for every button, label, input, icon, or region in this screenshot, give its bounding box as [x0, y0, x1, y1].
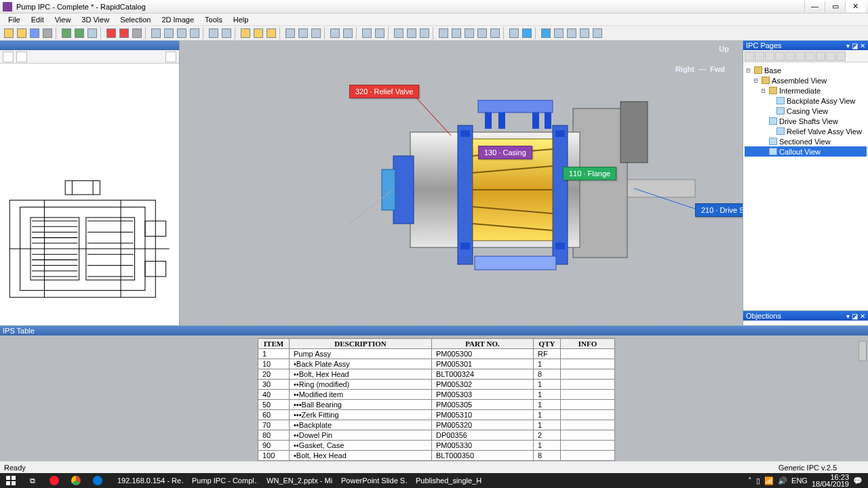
toolbar-layers-button[interactable]: [361, 27, 373, 39]
toolbar-grid-button[interactable]: [150, 27, 162, 39]
toolbar-pan-button[interactable]: [252, 27, 264, 39]
toolbar-redo-button[interactable]: [73, 27, 85, 39]
toolbar-·-button[interactable]: [463, 27, 475, 39]
callout-320[interactable]: 320 · Relief Valve: [349, 85, 419, 98]
menu-3d-view[interactable]: 3D View: [76, 14, 115, 25]
ipc-toolbar-btn-8[interactable]: [826, 52, 835, 61]
toolbar-cube-button[interactable]: [176, 27, 188, 39]
callout-110[interactable]: 110 · Flange: [563, 167, 616, 180]
menu-2d-image[interactable]: 2D Image: [156, 14, 199, 25]
toolbar-globe-button[interactable]: [540, 27, 552, 39]
table-row[interactable]: 1Pump AssyPM005300RF: [258, 349, 615, 359]
toolbar-sphere-button[interactable]: [163, 27, 175, 39]
menu-view[interactable]: View: [50, 14, 77, 25]
toolbar-delete-button[interactable]: [105, 27, 117, 39]
ipc-pages-title[interactable]: IPC Pages▾ ◪ ✕: [743, 41, 868, 50]
table-row[interactable]: 100•Bolt, Hex HeadBLT0003508: [258, 451, 615, 461]
browser-opera-icon[interactable]: [43, 473, 65, 488]
system-tray[interactable]: ˄ ▯ 📶 🔊 ENG 16:23 18/04/2019 💬: [743, 474, 868, 487]
table-row[interactable]: 10•Back Plate AssyPM0053011: [258, 359, 615, 369]
toolbar-orbit-button[interactable]: [239, 27, 252, 39]
browser-chrome-icon[interactable]: [65, 473, 87, 488]
ipc-toolbar-btn-3[interactable]: [775, 52, 785, 61]
lp-top-tab-2[interactable]: [16, 52, 27, 62]
toolbar-doc-button[interactable]: [553, 27, 565, 39]
table-row[interactable]: 60•••Zerk FittingPM0053101: [258, 410, 615, 420]
toolbar-tri-button[interactable]: [189, 27, 201, 39]
lp-top-tab-options[interactable]: [165, 52, 176, 62]
parts-table[interactable]: ITEMDESCRIPTIONPART NO.QTYINFO 1Pump Ass…: [258, 338, 615, 461]
close-button[interactable]: ✕: [845, 1, 865, 12]
tray-battery-icon[interactable]: ▯: [756, 476, 760, 485]
table-row[interactable]: 80••Dowel PinDP003562: [258, 430, 615, 441]
toolbar-dim-button[interactable]: [476, 27, 488, 39]
toolbar-print-button[interactable]: [41, 27, 54, 39]
toolbar-find-button[interactable]: [131, 27, 143, 39]
tree-node-base[interactable]: ⊟Base: [745, 65, 867, 75]
col-info[interactable]: INFO: [561, 339, 615, 349]
toolbar-note-button[interactable]: [566, 27, 578, 39]
objects-panel-title[interactable]: Objections▾ ◪ ✕: [743, 311, 868, 321]
taskbar-task[interactable]: 192.168.0.154 - Re…: [108, 473, 183, 488]
parts-table-body[interactable]: ITEMDESCRIPTIONPART NO.QTYINFO 1Pump Ass…: [0, 336, 868, 461]
browser-edge-icon[interactable]: [87, 473, 108, 488]
ipc-toolbar-btn-2[interactable]: [765, 52, 774, 61]
ipc-toolbar-btn-6[interactable]: [806, 52, 815, 61]
taskbar-task[interactable]: Published_single_H…: [407, 473, 481, 488]
toolbar-zoom-button[interactable]: [265, 27, 277, 39]
tray-up-icon[interactable]: ˄: [748, 476, 752, 485]
ipc-toolbar-btn-5[interactable]: [795, 52, 805, 61]
ipc-toolbar-btn-1[interactable]: [755, 52, 764, 61]
toolbar-play-button[interactable]: [521, 27, 533, 39]
toolbar-img-button[interactable]: [329, 27, 341, 39]
tray-volume-icon[interactable]: 🔊: [778, 476, 787, 485]
toolbar-·-button[interactable]: [342, 27, 354, 39]
col-qty[interactable]: QTY: [534, 339, 561, 349]
ipc-toolbar-btn-0[interactable]: [745, 52, 754, 61]
table-row[interactable]: 90••Gasket, CasePM0053301: [258, 441, 615, 451]
tree-node-casing-view[interactable]: Casing View: [745, 106, 867, 116]
lp-top-tab-1[interactable]: [3, 52, 14, 62]
tray-wifi-icon[interactable]: 📶: [764, 476, 774, 485]
toolbar-save-button[interactable]: [28, 27, 41, 39]
taskbar-task[interactable]: Pump IPC - Compl…: [183, 473, 258, 488]
menu-edit[interactable]: Edit: [26, 14, 50, 25]
callout-210[interactable]: 210 · Drive Shaft: [695, 203, 743, 217]
toolbar-·-button[interactable]: [450, 27, 462, 39]
tree-node-relief-valve-assy-view[interactable]: Relief Valve Assy View: [745, 126, 867, 136]
taskbar-task[interactable]: PowerPoint Slide S…: [332, 473, 407, 488]
toolbar-rect-button[interactable]: [489, 27, 501, 39]
callout-130[interactable]: 130 · Casing: [478, 146, 532, 159]
scrollbar-thumb[interactable]: [859, 341, 867, 361]
toolbar-·-button[interactable]: [418, 27, 431, 39]
tree-node-backplate-assy-view[interactable]: Backplate Assy View: [745, 96, 867, 106]
table-row[interactable]: 40••Modified itemPM0053031: [258, 390, 615, 400]
parts-table-header[interactable]: IPS Table: [0, 326, 868, 336]
menu-tools[interactable]: Tools: [199, 14, 228, 25]
table-row[interactable]: 70••BackplatePM0053201: [258, 420, 615, 430]
toolbar-undo-button[interactable]: [60, 27, 73, 39]
tree-node-drive-shafts-view[interactable]: Drive Shafts View: [745, 116, 867, 126]
tray-notifications-icon[interactable]: 💬: [853, 476, 863, 485]
tray-lang[interactable]: ENG: [791, 476, 808, 485]
col-item[interactable]: ITEM: [258, 339, 290, 349]
toolbar-·-button[interactable]: [508, 27, 520, 39]
ipc-toolbar-btn-7[interactable]: [816, 52, 825, 61]
toolbar-·-button[interactable]: [591, 27, 604, 39]
toolbar-·-button[interactable]: [220, 27, 233, 39]
toolbar-sel-button[interactable]: [208, 27, 220, 39]
table-row[interactable]: 20••Bolt, Hex HeadBLT0003248: [258, 369, 615, 380]
toolbar-arrow-button[interactable]: [284, 27, 296, 39]
menu-help[interactable]: Help: [228, 14, 254, 25]
maximize-button[interactable]: ▭: [825, 1, 845, 12]
tray-clock[interactable]: 16:23 18/04/2019: [812, 474, 849, 487]
toolbar-box2-button[interactable]: [310, 27, 322, 39]
minimize-button[interactable]: —: [804, 1, 825, 12]
toolbar-tag-button[interactable]: [578, 27, 591, 39]
toolbar-tool1-button[interactable]: [393, 27, 405, 39]
toolbar-·-button[interactable]: [86, 27, 98, 39]
tree-node-assembled-view[interactable]: ⊟Assembled View: [745, 75, 867, 85]
table-row[interactable]: 30••Ring (modified)PM0053021: [258, 380, 615, 390]
toolbar-cut-button[interactable]: [118, 27, 130, 39]
toolbar-tool2-button[interactable]: [406, 27, 418, 39]
